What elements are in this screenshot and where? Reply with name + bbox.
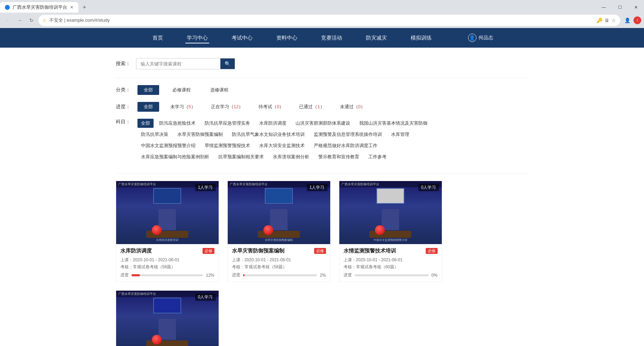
- subject-item-18[interactable]: 警示教育和宣传教育: [315, 152, 363, 161]
- subject-item-1[interactable]: 防汛应急抢险技术: [156, 119, 199, 128]
- progress-label: 进度：: [116, 104, 130, 110]
- progress-btn-not-started[interactable]: 未学习（5）: [166, 102, 200, 112]
- subject-item-16[interactable]: 抗旱预案编制相关要求: [215, 152, 267, 161]
- category-filter-row: 分类： 全部 必修课程 选修课程: [116, 85, 529, 95]
- card-learners-0: 1人学习: [195, 184, 216, 191]
- subject-items: 全部 防汛应急抢险技术 防汛抗旱应急管理实务 水库防洪调度 山洪灾害群测群防体系…: [137, 119, 529, 164]
- subject-item-all[interactable]: 全部: [137, 119, 154, 128]
- extension-icon[interactable]: !: [634, 16, 641, 24]
- active-tab[interactable]: 广西水旱灾害防御培训平台 ✕: [0, 2, 78, 13]
- subject-label: 科目：: [116, 119, 130, 125]
- subject-item-6[interactable]: 防汛抗旱决策: [137, 130, 172, 139]
- card-thumb-3: 水库防汛应急预案培训 广西水旱灾害防御培训平台 0人学习: [116, 291, 219, 346]
- search-button[interactable]: 🔍: [220, 58, 235, 69]
- forward-button[interactable]: →: [15, 15, 24, 25]
- tab-title: 广西水旱灾害防御培训平台: [13, 4, 67, 11]
- maximize-button[interactable]: ☐: [612, 2, 628, 13]
- subject-item-9[interactable]: 监测预警及信息管理系统操作培训: [310, 130, 385, 139]
- subject-item-4[interactable]: 山洪灾害群测群防体系建设: [292, 119, 354, 128]
- new-tab-button[interactable]: +: [78, 4, 91, 11]
- card-progress-pct-0: 12%: [206, 273, 214, 278]
- subject-item-14[interactable]: 严格规范做好水库防洪调度工作: [310, 141, 381, 150]
- subject-item-8[interactable]: 防汛抗旱气象水文知识业务技术培训: [228, 130, 308, 139]
- card-date-1: 上课：2020-10-01 - 2021-06-01: [232, 257, 326, 263]
- card-learners-1: 1人学习: [307, 184, 327, 191]
- nav-user[interactable]: 👤 何品志: [468, 34, 493, 42]
- course-cards-section: 水库防洪调度培训 广西水旱灾害防御培训平台 1人学习 水库防洪调度 必修 上课：…: [116, 181, 529, 346]
- card-badge-1: 必修: [314, 248, 326, 254]
- subject-row-2: 防汛抗旱决策 水旱灾害防御预案编制 防汛抗旱气象水文知识业务技术培训 监测预警及…: [137, 130, 529, 139]
- course-card-1[interactable]: 水旱灾害防御预案编制 广西水旱灾害防御培训平台 1人学习 水旱灾害防御预案编制 …: [227, 181, 331, 282]
- course-card-0[interactable]: 水库防洪调度培训 广西水旱灾害防御培训平台 1人学习 水库防洪调度 必修 上课：…: [116, 181, 219, 282]
- card-title-2: 水情监测预警技术培训: [344, 248, 396, 254]
- tab-favicon: [5, 5, 10, 10]
- search-input[interactable]: [136, 59, 220, 69]
- address-bar: ← → ↻ ⚠ 不安全 | example.com/#/study 🔑 🖥 ☆ …: [0, 13, 644, 28]
- category-btn-all[interactable]: 全部: [137, 85, 159, 95]
- subject-filter-section: 科目： 全部 防汛应急抢险技术 防汛抗旱应急管理实务 水库防洪调度 山洪灾害群测…: [116, 119, 529, 164]
- subject-item-12[interactable]: 旱情监测预警预报技术: [201, 141, 254, 150]
- progress-btn-all[interactable]: 全部: [137, 102, 159, 112]
- back-button[interactable]: ←: [3, 15, 13, 25]
- subject-item-11[interactable]: 中国水文监测预报预警介绍: [137, 141, 199, 150]
- nav-item-simulation[interactable]: 模拟训练: [409, 33, 433, 43]
- close-button[interactable]: ✕: [628, 2, 644, 13]
- progress-btn-failed[interactable]: 未通过（0）: [336, 102, 369, 112]
- profile-icon[interactable]: 👤: [622, 15, 632, 25]
- user-name: 何品志: [479, 35, 493, 41]
- card-exam-2: 考核：常规试卷考核（60题）: [344, 264, 438, 270]
- url-actions: 🔑 🖥 ☆: [596, 18, 616, 23]
- reload-button[interactable]: ↻: [27, 15, 36, 25]
- card-progress-pct-2: 0%: [431, 273, 437, 278]
- browser-chrome: 广西水旱灾害防御培训平台 ✕ + — ☐ ✕ ← → ↻ ⚠ 不安全 | exa…: [0, 0, 644, 28]
- nav-item-study[interactable]: 学习中心: [185, 33, 209, 43]
- card-title-1: 水旱灾害防御预案编制: [232, 248, 284, 254]
- subject-row-1: 全部 防汛应急抢险技术 防汛抗旱应急管理实务 水库防洪调度 山洪灾害群测群防体系…: [137, 119, 529, 128]
- subject-item-3[interactable]: 水库防洪调度: [256, 119, 290, 128]
- search-row: 搜索： 🔍: [116, 58, 529, 69]
- subject-item-7[interactable]: 水旱灾害防御预案编制: [174, 130, 226, 139]
- progress-btn-passed[interactable]: 已通过（1）: [295, 102, 328, 112]
- subject-item-2[interactable]: 防汛抗旱应急管理实务: [201, 119, 254, 128]
- category-btn-required[interactable]: 必修课程: [166, 85, 197, 95]
- card-progress-2: 进度 0%: [344, 272, 438, 278]
- cast-icon: 🖥: [604, 18, 609, 23]
- card-learners-2: 0人学习: [418, 184, 439, 191]
- course-card-3[interactable]: 水库防汛应急预案培训 广西水旱灾害防御培训平台 0人学习 水库防汛应急预案培训 …: [116, 290, 219, 346]
- divider-search: [116, 78, 529, 78]
- security-warning-icon: ⚠: [43, 18, 47, 23]
- category-btn-elective[interactable]: 选修课程: [204, 85, 235, 95]
- url-bar[interactable]: ⚠ 不安全 | example.com/#/study 🔑 🖥 ☆: [38, 15, 620, 26]
- card-body-2: 水情监测预警技术培训 必修 上课：2020-10-01 - 2021-06-01…: [339, 244, 442, 282]
- card-body-1: 水旱灾害防御预案编制 必修 上课：2020-10-01 - 2021-06-01…: [228, 244, 330, 282]
- user-avatar-icon: 👤: [468, 34, 476, 42]
- card-progress-1: 进度 2%: [232, 272, 326, 278]
- subject-item-17[interactable]: 水库溃坝案例分析: [269, 152, 313, 161]
- main-content: 搜索： 🔍 分类： 全部 必修课程 选修课程 进度： 全部 未学习（5） 正在学…: [95, 48, 550, 346]
- progress-btn-pending-exam[interactable]: 待考试（0）: [254, 102, 288, 112]
- subject-item-13[interactable]: 水库大坝安全监测技术: [256, 141, 308, 150]
- card-thumb-1: 水旱灾害防御预案编制 广西水旱灾害防御培训平台 1人学习: [228, 181, 330, 244]
- card-badge-2: 必修: [426, 248, 438, 254]
- subject-item-10[interactable]: 水库管理: [388, 130, 413, 139]
- divider-subject: [116, 173, 529, 174]
- course-card-2[interactable]: 中国水文监测预报预警介绍 广西水旱灾害防御培训平台 0人学习 水情监测预警技术培…: [339, 181, 442, 282]
- site-nav: 首页 学习中心 考试中心 资料中心 竞赛活动 防灾减灾 模拟训练 👤 何品志: [0, 28, 644, 48]
- subject-item-19[interactable]: 工作参考: [365, 152, 390, 161]
- nav-item-exam[interactable]: 考试中心: [230, 33, 254, 43]
- url-text: 不安全 | example.com/#/study: [49, 17, 109, 23]
- card-learners-3: 0人学习: [195, 293, 216, 301]
- card-badge-0: 必修: [203, 248, 214, 254]
- search-label: 搜索：: [116, 61, 130, 67]
- subject-item-5[interactable]: 我国山洪灾害基本情况及灾害防御: [356, 119, 431, 128]
- progress-btn-learning[interactable]: 正在学习（12）: [207, 102, 247, 112]
- nav-item-disaster[interactable]: 防灾减灾: [365, 33, 388, 43]
- key-icon: 🔑: [596, 18, 602, 23]
- minimize-button[interactable]: —: [596, 2, 612, 13]
- subject-item-15[interactable]: 水库应急预案编制与抢险案例剖析: [137, 152, 213, 161]
- nav-item-resources[interactable]: 资料中心: [275, 33, 299, 43]
- nav-item-competition[interactable]: 竞赛活动: [320, 33, 344, 43]
- tab-close-button[interactable]: ✕: [70, 5, 73, 10]
- nav-item-home[interactable]: 首页: [151, 33, 164, 43]
- star-icon[interactable]: ☆: [611, 18, 616, 23]
